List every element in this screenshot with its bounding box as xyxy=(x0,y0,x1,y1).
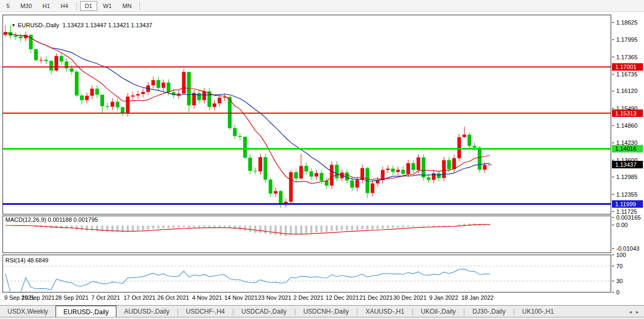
price-badge-layer: 1.170011.153131.140161.134371.11999 xyxy=(612,63,643,208)
svg-text:1.15313: 1.15313 xyxy=(615,110,637,116)
svg-text:30: 30 xyxy=(616,278,623,284)
timeframe-button-h1[interactable]: H1 xyxy=(38,1,55,11)
svg-text:1.13437: 1.13437 xyxy=(615,161,637,168)
svg-text:100: 100 xyxy=(616,252,626,258)
window-bottom-edge xyxy=(0,317,644,319)
timeframe-button-mn[interactable]: MN xyxy=(117,1,136,11)
svg-text:19 Sep 2021: 19 Sep 2021 xyxy=(21,294,54,301)
svg-text:1.18625: 1.18625 xyxy=(616,19,638,26)
timeframe-button-d1[interactable]: D1 xyxy=(80,1,97,11)
svg-text:1.16735: 1.16735 xyxy=(616,71,638,77)
svg-text:21 Dec 2021: 21 Dec 2021 xyxy=(359,294,392,301)
tab-ukoil-daily[interactable]: UKOil-,Daily xyxy=(413,306,463,317)
timeframe-button-w1[interactable]: W1 xyxy=(98,1,117,11)
svg-text:17 Oct 2021: 17 Oct 2021 xyxy=(123,294,155,301)
svg-text:23 Nov 2021: 23 Nov 2021 xyxy=(258,294,291,301)
svg-text:1.17001: 1.17001 xyxy=(615,64,637,70)
rsi-indicator-label: RSI(14) 48.6849 xyxy=(5,257,49,263)
svg-text:0.00: 0.00 xyxy=(616,222,627,228)
trading-terminal-window: 5M30H1H4D1W1MN 1.186251.179951.173651.16… xyxy=(0,0,644,319)
svg-text:28 Sep 2021: 28 Sep 2021 xyxy=(55,294,88,301)
chart-tab-bar: USDX,WeeklyEURUSD-,DailyAUDUSD-,Daily|US… xyxy=(0,305,644,317)
rsi-axis: 10070300 xyxy=(612,252,626,295)
svg-text:9 Jan 2022: 9 Jan 2022 xyxy=(429,294,458,301)
svg-text:14 Nov 2021: 14 Nov 2021 xyxy=(224,294,257,301)
svg-text:30 Dec 2021: 30 Dec 2021 xyxy=(393,294,426,301)
tab-scroll-arrows: ◂▸ xyxy=(629,306,644,317)
svg-text:7 Oct 2021: 7 Oct 2021 xyxy=(91,294,120,301)
svg-text:1.11999: 1.11999 xyxy=(615,201,636,207)
svg-text:2 Dec 2021: 2 Dec 2021 xyxy=(294,294,324,301)
chart-ohlc-values: 1.13423 1.13447 1.13421 1.13437 xyxy=(62,22,152,28)
tab-usdx-weekly[interactable]: USDX,Weekly xyxy=(0,306,56,317)
chart-symbol-period: EURUSD-,Daily xyxy=(18,22,59,28)
chevron-down-icon[interactable]: ▼ xyxy=(11,23,15,28)
tab-xauusd-h1[interactable]: XAUUSD-,H1 xyxy=(358,306,412,317)
svg-text:1.14016: 1.14016 xyxy=(615,145,637,152)
tab-eurusd-daily[interactable]: EURUSD-,Daily xyxy=(56,306,117,317)
svg-text:0: 0 xyxy=(616,289,619,295)
macd-axis: 0.0031650.00-0.01043 xyxy=(612,214,641,252)
svg-text:4 Nov 2021: 4 Nov 2021 xyxy=(192,294,222,301)
svg-text:26 Oct 2021: 26 Oct 2021 xyxy=(158,294,190,301)
svg-text:1.12985: 1.12985 xyxy=(616,174,638,180)
tab-usdcnh-daily[interactable]: USDCNH-,Daily xyxy=(296,306,356,317)
svg-text:1.14860: 1.14860 xyxy=(616,122,638,129)
date-axis: 9 Sep 202119 Sep 202128 Sep 20217 Oct 20… xyxy=(4,294,493,301)
tab-scroll-left-button[interactable]: ◂ xyxy=(629,309,632,315)
tab-scroll-right-button[interactable]: ▸ xyxy=(636,309,639,315)
svg-text:70: 70 xyxy=(616,263,623,269)
tab-audusd-daily[interactable]: AUDUSD-,Daily xyxy=(116,306,177,317)
svg-text:1.12355: 1.12355 xyxy=(616,191,638,198)
svg-text:12 Dec 2021: 12 Dec 2021 xyxy=(326,294,359,301)
svg-text:1.16120: 1.16120 xyxy=(616,88,638,94)
timeframe-button-5[interactable]: 5 xyxy=(2,1,14,11)
toolbar-divider xyxy=(139,2,140,10)
chart-title: ▼EURUSD-,Daily 1.13423 1.13447 1.13421 1… xyxy=(5,15,152,35)
price-axis: 1.186251.179951.173651.167351.161201.154… xyxy=(612,19,638,215)
tab-uk100-h1[interactable]: UK100-,H1 xyxy=(515,306,561,317)
toolbar-divider xyxy=(76,2,77,10)
tab-usdcad-daily[interactable]: USDCAD-,Daily xyxy=(234,306,294,317)
tab-dj30-daily[interactable]: DJ30-,Daily xyxy=(465,306,513,317)
tab-usdchf-h4[interactable]: USDCHF-,H4 xyxy=(178,306,232,317)
svg-text:-0.01043: -0.01043 xyxy=(616,245,639,252)
svg-text:1.17365: 1.17365 xyxy=(616,54,638,60)
timeframe-button-m30[interactable]: M30 xyxy=(15,1,36,11)
macd-indicator-label: MACD(12,26,9) 0.001188 0.001795 xyxy=(5,216,98,223)
svg-text:18 Jan 2022: 18 Jan 2022 xyxy=(461,294,494,301)
svg-text:0.003165: 0.003165 xyxy=(616,214,641,221)
svg-text:1.17995: 1.17995 xyxy=(616,36,638,43)
chart-canvas[interactable]: 1.186251.179951.173651.167351.161201.154… xyxy=(0,13,644,305)
timeframe-button-h4[interactable]: H4 xyxy=(56,1,73,11)
timeframe-toolbar: 5M30H1H4D1W1MN xyxy=(0,0,644,12)
